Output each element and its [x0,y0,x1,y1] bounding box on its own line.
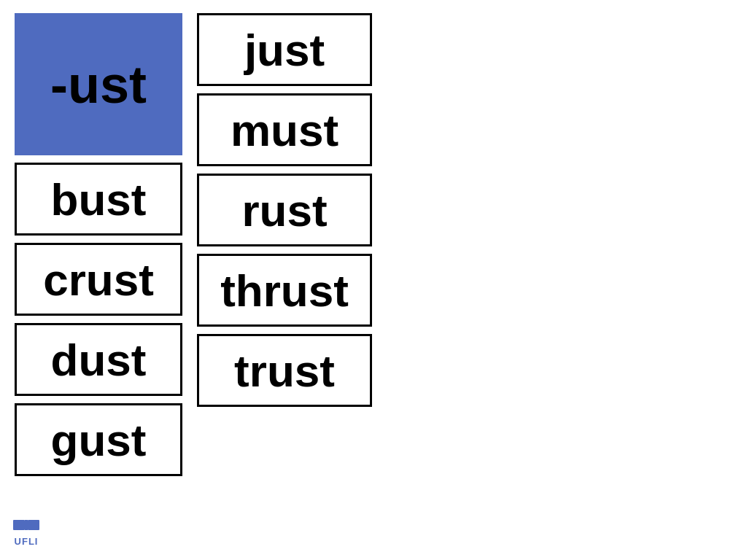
ufli-logo-text: UFLI [15,536,39,547]
svg-rect-2 [25,520,28,530]
main-container: -ust bust crust dust gust just must rust… [0,0,747,489]
word-gust: gust [15,403,182,476]
ufli-logo: UFLI [13,514,39,547]
word-crust: crust [15,243,182,316]
word-must: must [197,93,372,166]
ust-header: -ust [15,13,182,155]
word-rust: rust [197,174,372,246]
svg-rect-1 [28,520,39,530]
left-column: -ust bust crust dust gust [15,13,182,476]
right-column: just must rust thrust trust [197,13,372,476]
word-thrust: thrust [197,254,372,327]
word-dust: dust [15,323,182,396]
word-just: just [197,13,372,86]
ufli-logo-icon [13,514,39,536]
word-bust: bust [15,163,182,236]
word-trust: trust [197,334,372,407]
svg-rect-0 [13,520,25,530]
